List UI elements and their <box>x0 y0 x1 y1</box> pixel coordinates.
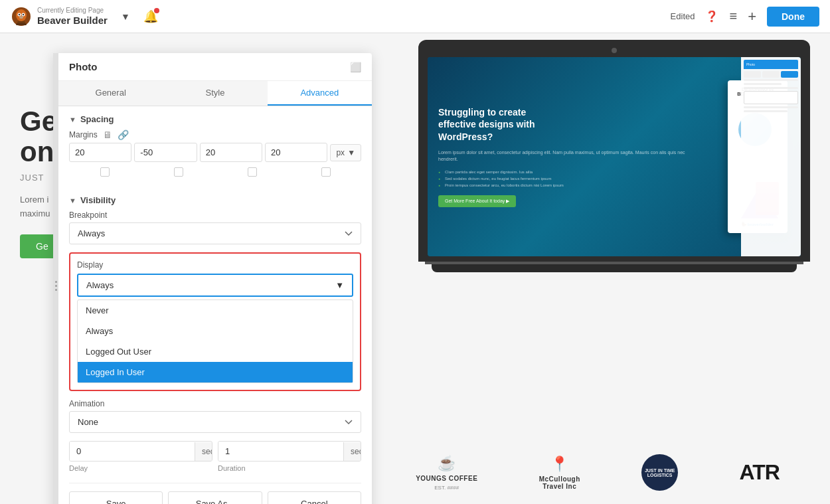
logo-just-in-time: JUST IN TIMELOGISTICS <box>641 454 678 491</box>
dropdown-item-logged-in[interactable]: Logged In User <box>78 362 353 382</box>
margin-left-input[interactable] <box>265 143 327 162</box>
settings-row-1 <box>744 79 798 81</box>
svg-point-4 <box>19 13 20 15</box>
app-name: Beaver Builder <box>37 15 108 27</box>
done-button[interactable]: Done <box>767 7 819 27</box>
margin-inputs: px ▼ <box>69 143 361 162</box>
animation-label: Animation <box>69 399 361 408</box>
screen-cta-button[interactable]: Get More Free About It today ▶ <box>438 195 516 207</box>
margin-top-checkbox[interactable] <box>100 167 110 177</box>
visibility-label: Visibility <box>80 195 116 205</box>
dropdown-item-always[interactable]: Always <box>78 321 353 341</box>
tab-general[interactable]: General <box>58 81 163 106</box>
duration-input[interactable] <box>218 442 343 461</box>
maximize-icon[interactable]: ⬜ <box>350 62 361 72</box>
margin-left-checkbox[interactable] <box>321 167 331 177</box>
spacing-label: Spacing <box>80 114 114 124</box>
margin-right-checkbox-group <box>143 167 214 177</box>
link-icon[interactable]: 🔗 <box>118 129 129 140</box>
list-icon[interactable]: ≡ <box>729 9 737 24</box>
panel-body: ▼ Spacing Margins 🖥 🔗 <box>58 106 372 504</box>
edited-text: Edited <box>671 11 695 21</box>
save-as-button[interactable]: Save As... <box>168 491 262 504</box>
preview-area: Struggling to createeffective designs wi… <box>418 40 810 272</box>
drag-dot <box>55 285 57 287</box>
margins-label: Margins <box>69 130 98 139</box>
display-section: Display Always ▼ Never Always Logged Out… <box>69 252 361 391</box>
duration-group: seconds <box>218 441 361 462</box>
margin-checkboxes <box>69 167 361 177</box>
margin-top-checkbox-group <box>69 167 140 177</box>
screen-bullets: Clam partida alec eget semper dignissim.… <box>438 169 704 189</box>
logos-row: ☕ YOUNGS COFFEE EST. #### 📍 McCulloughTr… <box>385 454 810 491</box>
cancel-button[interactable]: Cancel <box>268 491 361 504</box>
drag-dot <box>55 289 57 291</box>
monitor-icon[interactable]: 🖥 <box>103 129 112 140</box>
svg-point-6 <box>19 16 23 19</box>
margin-unit-text: px <box>336 148 345 157</box>
animation-select[interactable]: None <box>69 411 361 433</box>
help-icon[interactable]: ❓ <box>705 10 718 23</box>
logo-atr: ATR <box>739 460 779 485</box>
duration-unit: seconds <box>343 442 361 461</box>
tab-style[interactable]: Style <box>163 81 267 106</box>
timing-labels: Delay Duration <box>69 464 361 472</box>
chevron-down-icon[interactable]: ▼ <box>121 11 130 22</box>
spacing-section-header[interactable]: ▼ Spacing <box>69 106 361 129</box>
dropdown-item-logged-out[interactable]: Logged Out User <box>78 341 353 362</box>
bell-icon[interactable]: 🔔 <box>143 9 158 24</box>
animation-group: Animation None <box>69 399 361 433</box>
margin-unit-chevron: ▼ <box>347 148 355 157</box>
svg-rect-8 <box>16 23 27 25</box>
drag-handle[interactable] <box>53 53 58 504</box>
settings-tab-style <box>762 71 780 78</box>
settings-row-4 <box>744 106 798 108</box>
editing-label: Currently Editing Page <box>37 7 108 15</box>
beaver-logo <box>11 6 32 27</box>
settings-bar: Photo <box>744 60 798 69</box>
settings-row-2 <box>744 83 782 85</box>
breakpoint-select[interactable]: Always <box>69 222 361 244</box>
margins-row: Margins 🖥 🔗 <box>69 129 361 140</box>
logo-youngs-coffee: ☕ YOUNGS COFFEE EST. #### <box>416 455 477 491</box>
save-button[interactable]: Save <box>69 491 163 504</box>
logo-mccullough: 📍 McCulloughTravel Inc <box>539 456 580 490</box>
display-dropdown-list: Never Always Logged Out User Logged In U… <box>77 299 353 383</box>
margin-bottom-checkbox[interactable] <box>248 167 257 177</box>
youngs-coffee-text: YOUNGS COFFEE <box>416 475 477 482</box>
coffee-icon: ☕ <box>438 455 456 472</box>
logo-area: Currently Editing Page Beaver Builder <box>11 6 108 27</box>
screen-bullet-2: Sed sodales dictum nunc, eu feugiat lacu… <box>438 175 704 182</box>
margin-bottom-group <box>200 143 262 162</box>
visibility-arrow-icon: ▼ <box>69 197 76 205</box>
main-content: Geon JUST Lorem imaximu Ge Photo ⬜ Gener… <box>0 33 830 504</box>
screen-left: Struggling to createeffective designs wi… <box>428 57 714 256</box>
margin-bottom-input[interactable] <box>200 143 262 162</box>
delay-unit: seconds <box>195 442 212 461</box>
screen-settings-overlay: Photo <box>741 57 801 256</box>
panel-footer: Save Save As... Cancel <box>69 483 361 504</box>
youngs-coffee-sub: EST. #### <box>434 485 459 491</box>
delay-input[interactable] <box>70 442 195 461</box>
screen-bullet-1: Clam partida alec eget semper dignissim.… <box>438 169 704 175</box>
margin-right-checkbox[interactable] <box>174 167 183 177</box>
display-select-active[interactable]: Always ▼ <box>77 274 353 297</box>
settings-row-3 <box>744 87 798 89</box>
margin-unit-selector[interactable]: px ▼ <box>330 144 361 161</box>
tab-bar: General Style Advanced <box>58 81 372 106</box>
just-in-time-text: JUST IN TIMELOGISTICS <box>642 465 678 480</box>
atr-text: ATR <box>739 460 779 484</box>
laptop-camera <box>612 48 617 53</box>
margin-top-input[interactable] <box>69 143 131 162</box>
settings-bar-text: Photo <box>746 62 755 66</box>
panel-title: Photo <box>69 61 98 72</box>
display-selected-value: Always <box>86 280 114 290</box>
margin-right-input[interactable] <box>134 143 197 162</box>
tab-advanced[interactable]: Advanced <box>268 81 372 106</box>
margin-left-checkbox-group <box>290 167 361 177</box>
plus-icon[interactable]: + <box>748 8 756 25</box>
dropdown-item-never[interactable]: Never <box>78 300 353 321</box>
margin-right-group <box>134 143 197 162</box>
laptop-screen: Struggling to createeffective designs wi… <box>428 57 801 256</box>
visibility-section-header[interactable]: ▼ Visibility <box>69 187 361 210</box>
